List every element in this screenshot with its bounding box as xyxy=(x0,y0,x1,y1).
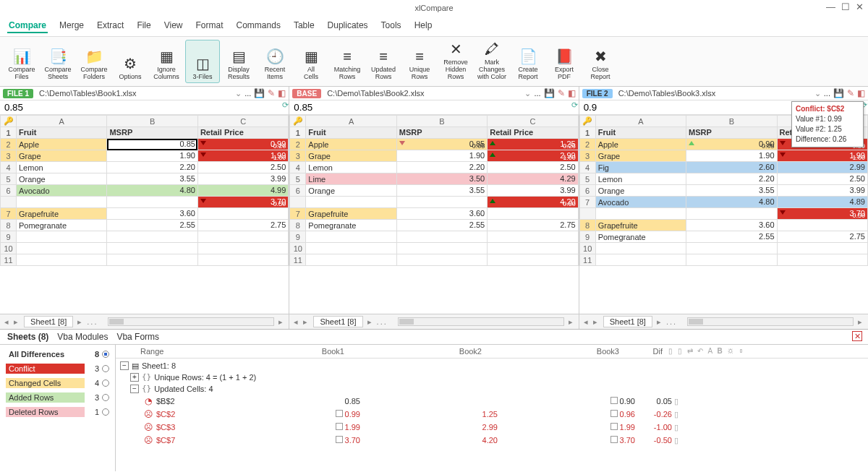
table-row[interactable]: 3Grape1.902.991.00 xyxy=(290,150,578,162)
save-icon[interactable]: 💾 xyxy=(544,88,555,98)
table-row[interactable]: 6Orange3.553.99 xyxy=(290,185,578,197)
bottom-tab-1[interactable]: Vba Modules xyxy=(57,332,108,342)
cell[interactable]: 2.99 xyxy=(777,162,867,173)
cell[interactable]: 2.55 xyxy=(686,231,777,243)
cell[interactable] xyxy=(107,243,197,254)
menu-duplicates[interactable]: Duplicates xyxy=(326,19,370,33)
cell[interactable] xyxy=(197,231,288,243)
refresh-icon[interactable]: ⟳ xyxy=(281,100,289,114)
cell[interactable]: Avocado xyxy=(17,185,107,197)
cell[interactable]: 2.75 xyxy=(197,220,288,231)
cell[interactable] xyxy=(197,254,288,266)
close-icon[interactable]: ✕ xyxy=(856,1,864,12)
scroll-right-icon[interactable]: ▸ xyxy=(278,317,284,327)
file-path[interactable]: C:\Demo\Tables\Book2.xlsx xyxy=(324,88,522,98)
more-icon[interactable]: ... xyxy=(244,89,251,98)
ribbon-matching-rows[interactable]: ≡MatchingRows xyxy=(330,40,365,83)
row-num[interactable]: 11 xyxy=(1,254,17,266)
cell[interactable]: 2.75 xyxy=(777,231,867,243)
row-num[interactable]: 3 xyxy=(290,150,306,162)
row-num[interactable] xyxy=(290,197,306,208)
row-num[interactable]: 9 xyxy=(579,231,595,243)
sheet-tab[interactable]: Sheet1 [8] xyxy=(313,316,362,327)
dropdown-icon[interactable]: ⌄ xyxy=(524,89,531,98)
header-cell[interactable]: Fruit xyxy=(595,127,686,139)
cell[interactable]: 3.60 xyxy=(107,208,197,220)
cell[interactable] xyxy=(488,254,578,266)
menu-extract[interactable]: Extract xyxy=(95,19,125,33)
tab-nav-icon[interactable]: ▸ ... xyxy=(367,317,388,327)
cell[interactable] xyxy=(777,220,867,231)
cell[interactable] xyxy=(488,243,578,254)
menu-merge[interactable]: Merge xyxy=(58,19,85,33)
cell[interactable] xyxy=(197,208,288,220)
edit-icon[interactable]: ✎ xyxy=(558,88,565,98)
row-num[interactable]: 10 xyxy=(290,243,306,254)
table-row[interactable]: 3.70-0.50 xyxy=(579,208,867,220)
cell[interactable] xyxy=(686,243,777,254)
table-row[interactable]: 10 xyxy=(1,243,289,254)
filter-changed-cells[interactable]: Changed Cells4 xyxy=(3,377,112,390)
diff-row[interactable]: ◔$B$20.850.900.05 ▯ xyxy=(143,395,864,408)
row-num[interactable]: 2 xyxy=(290,139,306,150)
cell[interactable]: 1.90 xyxy=(686,150,777,162)
col-C[interactable]: C xyxy=(488,116,578,127)
cell[interactable]: Grape xyxy=(595,150,686,162)
menu-file[interactable]: File xyxy=(135,19,152,33)
ribbon-close-report[interactable]: ✖CloseReport xyxy=(583,40,618,83)
cell[interactable]: 4.80 xyxy=(107,185,197,197)
table-row[interactable]: 5Lime3.504.29 xyxy=(290,173,578,185)
checkbox-icon[interactable] xyxy=(610,436,618,443)
row-num[interactable]: 7 xyxy=(1,208,17,220)
tab-nav-icon[interactable]: ▸ ... xyxy=(657,317,677,327)
filter-added-rows[interactable]: Added Rows3 xyxy=(3,391,112,404)
cell[interactable]: Pomegranate xyxy=(595,231,686,243)
more-icon[interactable]: ... xyxy=(534,89,540,98)
tree-updated[interactable]: Updated Cells: 4 xyxy=(154,383,213,395)
cell[interactable] xyxy=(777,243,867,254)
row-num[interactable]: 4 xyxy=(579,162,595,173)
radio-icon[interactable] xyxy=(102,351,109,358)
cell[interactable]: 0.900.05 xyxy=(686,139,777,150)
row-num[interactable]: 11 xyxy=(290,254,306,266)
cell[interactable]: 2.991.00 xyxy=(488,150,578,162)
checkbox-icon[interactable] xyxy=(610,410,618,417)
filter-all-differences[interactable]: All Differences8 xyxy=(3,348,112,361)
menu-view[interactable]: View xyxy=(163,19,184,33)
ribbon-all-cells[interactable]: ▦AllCells xyxy=(294,40,328,83)
file-path[interactable]: C:\Demo\Tables\Book1.xlsx xyxy=(36,88,232,98)
col-C[interactable]: C xyxy=(197,116,288,127)
cell[interactable]: 2.50 xyxy=(488,162,578,173)
close-panel-icon[interactable]: ✕ xyxy=(852,331,862,341)
ribbon-updated-rows[interactable]: ≡UpdatedRows xyxy=(366,40,401,83)
sheet-tab[interactable]: Sheet1 [8] xyxy=(24,316,73,327)
row-num[interactable]: 7 xyxy=(579,197,595,208)
table-row[interactable]: 11 xyxy=(290,254,578,266)
table-row[interactable]: 4.200.50 xyxy=(290,197,578,208)
table-row[interactable]: 9Pomegranate2.552.75 xyxy=(579,231,867,243)
row-num[interactable]: 9 xyxy=(1,231,17,243)
cell[interactable]: 3.70-0.50 xyxy=(777,208,867,220)
cell[interactable]: 3.70-0.50 xyxy=(197,197,288,208)
minimize-icon[interactable]: — xyxy=(826,1,835,12)
cell[interactable]: 3.60 xyxy=(396,208,487,220)
row-num[interactable]: 10 xyxy=(579,243,595,254)
header-cell[interactable]: MSRP xyxy=(686,127,777,139)
dropdown-icon[interactable]: ⌄ xyxy=(814,89,821,98)
row-num[interactable]: 6 xyxy=(1,185,17,197)
cell[interactable] xyxy=(17,231,107,243)
ribbon-options[interactable]: ⚙Options xyxy=(113,40,148,83)
table-row[interactable]: 3Grape1.901.99-1.00 xyxy=(579,150,867,162)
ribbon-export-pdf[interactable]: 📕ExportPDF xyxy=(547,40,582,83)
sheet-tab[interactable]: Sheet1 [8] xyxy=(603,316,652,327)
cell[interactable]: Pomegranate xyxy=(17,220,107,231)
cell[interactable] xyxy=(686,254,777,266)
cell[interactable] xyxy=(595,254,686,266)
row-num[interactable]: 6 xyxy=(290,185,306,197)
cell[interactable]: 0.85 xyxy=(107,139,197,150)
scrollbar[interactable] xyxy=(687,317,854,326)
file-path[interactable]: C:\Demo\Tables\Book3.xlsx xyxy=(616,88,812,98)
cell[interactable]: 2.60 xyxy=(686,162,777,173)
cell[interactable]: Grapefruite xyxy=(17,208,107,220)
ribbon-mark-changes-with-color[interactable]: 🖍MarkChanges with Color xyxy=(475,40,509,83)
